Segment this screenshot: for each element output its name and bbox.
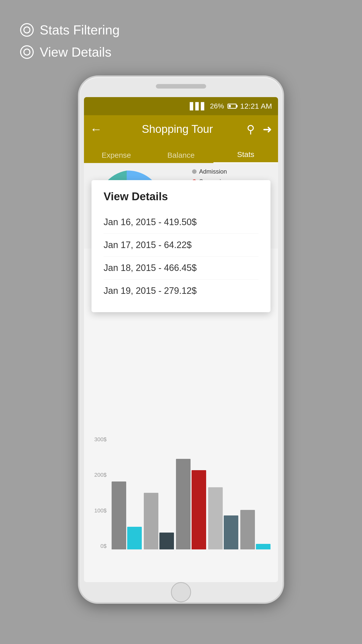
y-label-200: 200$ xyxy=(94,472,107,478)
bar-1b xyxy=(127,527,142,549)
bar-5b xyxy=(256,544,270,550)
y-label-100: 100$ xyxy=(94,507,107,514)
dialog-date-1: Jan 16, 2015 - xyxy=(104,217,164,227)
toolbar-title: Shopping Tour xyxy=(108,123,247,135)
share-icon[interactable]: ➜ xyxy=(263,123,272,136)
tab-balance[interactable]: Balance xyxy=(149,151,213,163)
tab-stats[interactable]: Stats xyxy=(213,150,278,163)
instruction-text-2: View Details xyxy=(40,42,111,62)
dialog-item-3[interactable]: Jan 18, 2015 - 466.45$ xyxy=(104,257,258,279)
dialog-item-4[interactable]: Jan 19, 2015 - 279.12$ xyxy=(104,279,258,302)
bar-group-2 xyxy=(144,436,174,549)
tab-bar: Expense Balance Stats xyxy=(84,143,278,163)
instruction-text-1: Stats Filtering xyxy=(40,20,120,40)
circle-icon-1 xyxy=(20,23,34,37)
status-bar: ▋▋▋ 26% 12:21 AM xyxy=(84,97,278,115)
phone-bottom xyxy=(79,582,283,602)
phone-device: ▋▋▋ 26% 12:21 AM ← Shopping Tour ⚲ ➜ E xyxy=(78,75,284,624)
dialog-date-2: Jan 17, 2015 - xyxy=(104,240,164,250)
search-icon[interactable]: ⚲ xyxy=(247,123,255,136)
toolbar-action-icons: ⚲ ➜ xyxy=(247,123,272,136)
phone-speaker xyxy=(156,84,206,89)
dialog-amount-1: 419.50$ xyxy=(164,217,197,227)
bar-3b xyxy=(192,470,206,549)
dialog-amount-3: 466.45$ xyxy=(164,263,197,273)
bar-2a xyxy=(144,493,158,549)
bar-2b xyxy=(159,533,174,550)
bars-container xyxy=(109,436,273,549)
bar-y-labels: 300$ 200$ 100$ 0$ xyxy=(89,436,109,549)
dialog-item-2[interactable]: Jan 17, 2015 - 64.22$ xyxy=(104,234,258,257)
signal-icon: ▋▋▋ xyxy=(190,102,206,110)
toolbar: ← Shopping Tour ⚲ ➜ xyxy=(84,115,278,143)
battery-icon xyxy=(228,104,237,109)
tab-expense[interactable]: Expense xyxy=(84,151,149,163)
dialog-title: View Details xyxy=(104,190,258,203)
bar-chart-inner: 300$ 200$ 100$ 0$ xyxy=(89,436,273,557)
bar-4a xyxy=(208,487,223,550)
legend-admission: Admission xyxy=(192,168,276,175)
bar-3a xyxy=(176,459,191,549)
instructions-panel: Stats Filtering View Details xyxy=(20,20,120,64)
instruction-view-details: View Details xyxy=(20,42,120,62)
bar-1a xyxy=(112,481,126,549)
y-label-0: 0$ xyxy=(101,543,107,549)
dialog-date-3: Jan 18, 2015 - xyxy=(104,263,164,273)
dialog-amount-4: 279.12$ xyxy=(164,286,197,296)
phone-body: ▋▋▋ 26% 12:21 AM ← Shopping Tour ⚲ ➜ E xyxy=(78,75,284,604)
bar-5a xyxy=(240,510,255,550)
dialog-amount-2: 64.22$ xyxy=(164,240,192,250)
battery-percent: 26% xyxy=(210,102,224,110)
bar-chart-area: 300$ 200$ 100$ 0$ xyxy=(84,431,278,562)
bar-group-4 xyxy=(208,436,238,549)
dialog-item-1[interactable]: Jan 16, 2015 - 419.50$ xyxy=(104,211,258,234)
status-time: 12:21 AM xyxy=(240,102,272,110)
circle-icon-2 xyxy=(20,45,34,59)
y-label-300: 300$ xyxy=(94,436,107,443)
dialog-date-4: Jan 19, 2015 - xyxy=(104,286,164,296)
legend-label-admission: Admission xyxy=(199,168,227,175)
phone-screen: ▋▋▋ 26% 12:21 AM ← Shopping Tour ⚲ ➜ E xyxy=(84,97,278,582)
view-details-dialog: View Details Jan 16, 2015 - 419.50$ Jan … xyxy=(92,180,270,312)
bar-group-1 xyxy=(112,436,142,549)
bar-group-5 xyxy=(240,436,270,549)
home-button[interactable] xyxy=(171,582,191,602)
bar-4b xyxy=(224,515,238,549)
back-button[interactable]: ← xyxy=(90,122,102,136)
bar-group-3 xyxy=(176,436,206,549)
instruction-stats-filtering: Stats Filtering xyxy=(20,20,120,40)
legend-dot-admission xyxy=(192,169,197,174)
